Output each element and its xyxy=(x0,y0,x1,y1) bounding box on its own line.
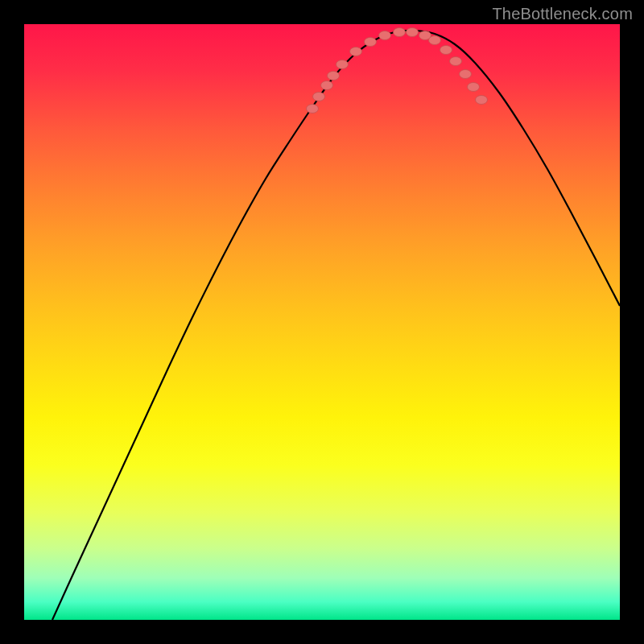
curve-marker xyxy=(313,93,325,101)
curve-marker xyxy=(336,60,349,69)
curve-marker xyxy=(350,47,362,56)
attribution-text: TheBottleneck.com xyxy=(492,5,633,23)
curve-marker xyxy=(460,70,472,79)
curve-marker xyxy=(328,72,340,80)
plot-area xyxy=(24,24,620,620)
chart-stage: TheBottleneck.com xyxy=(0,0,644,644)
bottleneck-curve-svg xyxy=(24,24,620,620)
curve-marker xyxy=(429,36,441,45)
curve-marker xyxy=(440,46,452,55)
curve-marker xyxy=(394,28,406,37)
curve-marker xyxy=(450,57,462,66)
curve-marker xyxy=(407,28,419,37)
curve-marker xyxy=(321,81,333,90)
marker-band xyxy=(307,28,488,114)
curve-marker xyxy=(468,83,480,92)
curve-marker xyxy=(476,96,488,105)
curve-marker xyxy=(379,31,391,40)
bottleneck-curve xyxy=(52,31,620,620)
curve-marker xyxy=(307,105,319,114)
curve-marker xyxy=(365,38,377,47)
